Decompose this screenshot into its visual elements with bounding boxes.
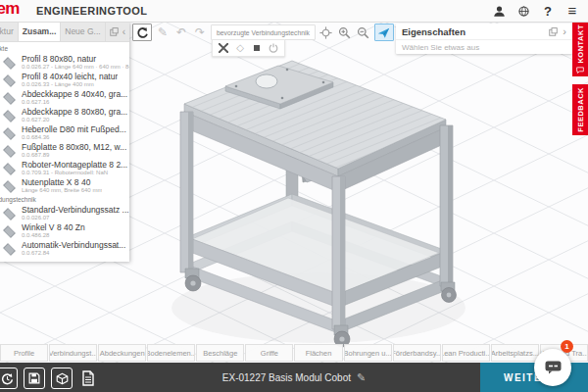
fastener-dropdown[interactable]: bevorzugte Verbindungstechnik xyxy=(211,24,316,40)
category-tab-bar: Profile Verbindungst... Abdeckungen Bode… xyxy=(0,344,588,362)
list-item[interactable]: Abdeckkappe 8 40x40, gra...0.0.627.16 xyxy=(0,89,129,107)
tab-foerderbandsysteme[interactable]: Förderbandsy... xyxy=(393,344,441,362)
fastener-type-bar: ◇ xyxy=(212,39,285,57)
tab-neue-gruppe[interactable]: Neue G... xyxy=(61,22,105,41)
crosshair-icon xyxy=(319,26,332,39)
cube-icon xyxy=(56,372,69,385)
document-button[interactable] xyxy=(78,368,98,388)
part-subtitle: 0.0.627.20 xyxy=(22,117,127,123)
part-title: Roboter-Montageplatte 8 2... xyxy=(22,161,127,170)
section-label-produkte: Produkte xyxy=(0,45,129,53)
front-leg xyxy=(332,176,345,329)
diamond-icon[interactable]: ◇ xyxy=(235,43,245,53)
tab-verbindungstechnik[interactable]: Verbindungst... xyxy=(49,344,97,362)
list-item[interactable]: Automatik-Verbindungssat...0.0.672.84 xyxy=(0,240,129,258)
tab-beschlaege[interactable]: Beschläge xyxy=(196,344,244,362)
popout-icon[interactable] xyxy=(549,27,558,36)
user-icon[interactable] xyxy=(491,3,507,19)
properties-placeholder[interactable]: Wählen Sie etwas aus xyxy=(396,40,572,54)
tab-abdeckungen[interactable]: Abdeckungen xyxy=(98,344,146,362)
rotate-view-button[interactable] xyxy=(132,24,152,41)
list-item[interactable]: Roboter-Montageplatte 8 2...0.0.709.31 -… xyxy=(0,160,129,177)
tab-flaechen[interactable]: Flächen xyxy=(294,344,342,362)
caster-right xyxy=(441,282,457,303)
zoom-out-button[interactable] xyxy=(356,24,371,41)
popout-icon[interactable] xyxy=(110,27,119,36)
part-thumbnail-icon xyxy=(3,208,16,220)
status-bar: EX-01227 Basis Modul Cobot ✎ WEITER › xyxy=(0,363,588,392)
navigate-tool-button[interactable] xyxy=(374,24,394,41)
part-subtitle: 0.0.672.84 xyxy=(22,250,125,257)
list-item[interactable]: Abdeckkappe 8 80x80, gra...0.0.627.20 xyxy=(0,107,129,124)
part-subtitle: Länge 640 mm, Breite 640 mm xyxy=(22,187,102,194)
edit-project-name-icon[interactable]: ✎ xyxy=(357,371,366,384)
fit-view-button[interactable] xyxy=(318,24,334,41)
save-button[interactable] xyxy=(24,368,45,389)
part-title: Winkel V 8 40 Zn xyxy=(22,223,85,232)
part-subtitle: 0.0.026.33 - Länge 400 mm xyxy=(22,81,118,88)
help-icon[interactable]: ? xyxy=(540,3,556,19)
list-item[interactable]: Standard-Verbindungssatz ...0.0.026.07 xyxy=(0,205,129,222)
properties-header: Eigenschaften › xyxy=(396,24,572,40)
square-icon[interactable] xyxy=(252,43,262,53)
redo-button[interactable]: ↷ xyxy=(192,24,208,41)
list-item[interactable]: Profil 8 80x80, natur0.0.026.27 - Länge … xyxy=(0,54,129,72)
power-icon[interactable] xyxy=(269,43,278,53)
chat-fab-button[interactable] xyxy=(534,349,571,386)
part-title: Automatik-Verbindungssat... xyxy=(22,241,125,250)
part-subtitle: 0.0.026.07 xyxy=(22,215,129,221)
undo-button[interactable]: ↶ xyxy=(173,24,189,41)
part-title: Heberolle D80 mit Fußped... xyxy=(22,125,126,134)
feedback-label: FEEDBACK xyxy=(576,87,585,132)
part-title: Fußplatte 8 80x80, M12, w... xyxy=(22,143,126,152)
item-logo: item xyxy=(0,0,20,19)
tab-bodenelemente[interactable]: Bodenelemen... xyxy=(147,344,195,362)
sidebar-tab-icons: ‹ xyxy=(106,22,129,41)
tab-bohrungen[interactable]: Bohrungen u... xyxy=(344,344,392,362)
kontakt-tab[interactable]: KONTAKT xyxy=(572,22,588,76)
menu-icon[interactable]: ≡ xyxy=(564,3,580,19)
tab-griffe[interactable]: Griffe xyxy=(245,344,293,362)
list-item[interactable]: Winkel V 8 40 Zn0.0.486.28 xyxy=(0,222,129,240)
part-subtitle: 0.0.684.36 xyxy=(22,134,126,141)
parts-sidebar: Struktur Zusam... Neue G... ‹ Produkte P… xyxy=(0,22,129,262)
part-thumbnail-icon xyxy=(3,74,16,87)
expand-panel-icon[interactable]: › xyxy=(563,25,566,37)
list-item[interactable]: Profil 8 40x40 leicht, natur0.0.026.33 -… xyxy=(0,72,129,89)
expand-x-icon[interactable] xyxy=(219,43,228,53)
project-name: EX-01227 Basis Modul Cobot xyxy=(222,372,351,383)
part-subtitle: 0.0.709.31 - Robotermodell: NaN xyxy=(22,170,127,176)
list-item[interactable]: Heberolle D80 mit Fußped...0.0.684.36 xyxy=(0,124,129,142)
save-icon xyxy=(28,372,40,384)
tab-struktur[interactable]: Struktur xyxy=(0,22,19,41)
history-button[interactable] xyxy=(0,368,18,389)
part-thumbnail-icon xyxy=(3,57,16,70)
caster-left xyxy=(185,269,201,291)
list-item[interactable]: Nutenplatte X 8 40Länge 640 mm, Breite 6… xyxy=(0,177,129,195)
parts-list: Produkte Profil 8 80x80, natur0.0.026.27… xyxy=(0,42,129,262)
list-item[interactable]: Fußplatte 8 80x80, M12, w...0.0.687.89 xyxy=(0,142,129,160)
tab-lean-production[interactable]: Lean Producti... xyxy=(442,344,490,362)
fastener-dropdown-label: bevorzugte Verbindungstechnik xyxy=(217,29,310,36)
feedback-tab[interactable]: FEEDBACK xyxy=(572,84,588,135)
edit-tool-button[interactable]: ✎ xyxy=(155,24,171,41)
kontakt-label: KONTAKT xyxy=(576,24,585,64)
part-thumbnail-icon xyxy=(3,127,16,140)
zoom-in-icon xyxy=(338,26,351,39)
rotate-icon xyxy=(136,26,149,39)
right-leg xyxy=(440,125,453,286)
export-3d-button[interactable] xyxy=(51,368,73,389)
collapse-panel-icon[interactable]: ‹ xyxy=(122,26,125,37)
part-title: Profil 8 40x40 leicht, natur xyxy=(22,73,118,81)
globe-icon[interactable] xyxy=(515,3,531,19)
tab-zusammenbau[interactable]: Zusam... xyxy=(19,22,61,41)
speech-bubble-icon xyxy=(576,67,584,74)
app-window: item ENGINEERINGTOOL ? ≡ ✎ ↶ ↷ bevorzugt… xyxy=(0,0,588,392)
part-thumbnail-icon xyxy=(3,92,16,105)
zoom-in-button[interactable] xyxy=(337,24,353,41)
tab-arbeitsplatzsysteme[interactable]: Arbeitsplatzs... xyxy=(491,344,539,362)
part-title: Standard-Verbindungssatz ... xyxy=(22,206,129,215)
app-header: item ENGINEERINGTOOL ? ≡ xyxy=(0,0,588,23)
part-subtitle: 0.0.486.28 xyxy=(22,232,85,239)
tab-profile[interactable]: Profile xyxy=(0,344,48,362)
